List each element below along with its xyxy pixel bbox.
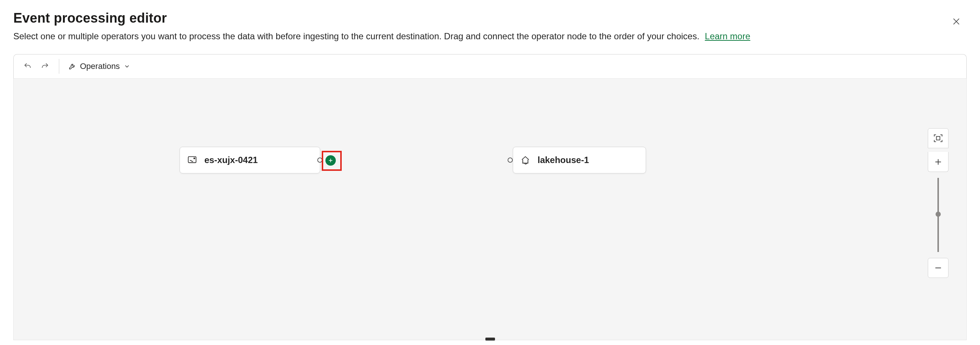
zoom-controls	[928, 128, 948, 278]
operations-label: Operations	[80, 62, 120, 71]
add-operator-button[interactable]	[325, 155, 336, 166]
close-button[interactable]	[947, 13, 965, 30]
lakehouse-icon	[520, 155, 531, 166]
zoom-slider[interactable]	[937, 178, 939, 252]
toolbar: Operations	[13, 54, 967, 78]
plus-icon	[933, 157, 943, 167]
minus-icon	[933, 263, 943, 273]
node-source[interactable]: es-xujx-0421	[180, 147, 320, 173]
node-destination-label: lakehouse-1	[538, 155, 589, 165]
header: Event processing editor Select one or mu…	[13, 10, 967, 42]
undo-button[interactable]	[21, 59, 35, 74]
svg-point-3	[194, 158, 195, 159]
zoom-out-button[interactable]	[928, 258, 948, 278]
subtitle-text: Select one or multiple operators you wan…	[13, 31, 699, 41]
plus-icon	[328, 158, 334, 163]
learn-more-link[interactable]: Learn more	[705, 31, 751, 41]
node-source-label: es-xujx-0421	[204, 155, 258, 165]
panel-resize-handle[interactable]	[485, 338, 495, 340]
redo-icon	[40, 62, 49, 71]
undo-icon	[23, 62, 32, 71]
page-subtitle: Select one or multiple operators you wan…	[13, 31, 967, 42]
zoom-fit-button[interactable]	[928, 128, 948, 148]
fit-screen-icon	[933, 133, 943, 144]
redo-button[interactable]	[37, 59, 52, 74]
wrench-icon	[68, 62, 76, 70]
destination-input-port[interactable]	[508, 158, 513, 163]
zoom-slider-thumb[interactable]	[935, 212, 941, 217]
flow-canvas[interactable]: es-xujx-0421 lakehouse-1	[13, 78, 967, 340]
operations-dropdown[interactable]: Operations	[66, 60, 132, 73]
page-title: Event processing editor	[13, 10, 967, 26]
toolbar-divider	[59, 59, 59, 74]
eventstream-icon	[186, 155, 198, 166]
chevron-down-icon	[124, 63, 130, 70]
svg-rect-6	[936, 136, 940, 140]
node-destination[interactable]: lakehouse-1	[513, 147, 646, 173]
zoom-in-button[interactable]	[928, 152, 948, 172]
close-icon	[951, 17, 961, 26]
